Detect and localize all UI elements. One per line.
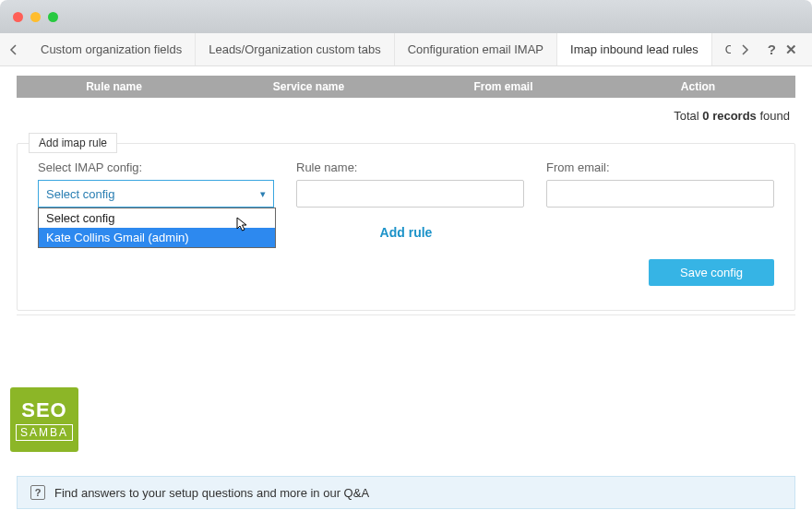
tab-imap-inbound-lead-rules[interactable]: Imap inbound lead rules (557, 33, 712, 65)
window-minimize-dot[interactable] (30, 12, 41, 22)
panel-legend: Add imap rule (29, 133, 117, 153)
chevron-down-icon: ▾ (260, 188, 266, 200)
window-close-dot[interactable] (13, 12, 23, 22)
table-header-row: Rule name Service name From email Action (17, 76, 795, 98)
qa-banner[interactable]: ? Find answers to your setup questions a… (17, 476, 795, 509)
tabs-scroll-right[interactable] (731, 33, 758, 65)
add-rule-button[interactable]: Add rule (380, 225, 433, 240)
tab-leads-org-custom-tabs[interactable]: Leads/Organization custom tabs (196, 33, 394, 65)
help-icon[interactable]: ? (768, 42, 776, 57)
total-records: Total 0 records found (17, 98, 795, 137)
th-action: Action (601, 76, 795, 98)
question-icon: ? (30, 485, 45, 500)
logo-line1: SEO (21, 398, 66, 422)
label-from-email: From email: (546, 160, 774, 174)
tab-config-email-imap[interactable]: Configuration email IMAP (395, 33, 557, 65)
close-icon[interactable]: ✕ (785, 42, 797, 58)
cursor-icon (236, 217, 249, 233)
th-service-name: Service name (211, 76, 406, 98)
select-imap-config[interactable]: Select config ▾ (38, 180, 274, 208)
window-zoom-dot[interactable] (48, 12, 58, 22)
label-rule-name: Rule name: (296, 160, 524, 174)
tabs-scroll-left[interactable] (0, 33, 28, 65)
tabs-bar: Custom organization fields Leads/Organiz… (0, 33, 812, 66)
save-config-button[interactable]: Save config (649, 259, 774, 286)
input-rule-name[interactable] (296, 180, 524, 208)
add-imap-rule-panel: Add imap rule Select IMAP config: Select… (17, 143, 795, 311)
label-imap-config: Select IMAP config: (38, 160, 274, 174)
select-value: Select config (46, 187, 114, 201)
th-rule-name: Rule name (17, 76, 211, 98)
window-titlebar (0, 0, 812, 33)
seosamba-logo: SEO SAMBA (10, 387, 78, 452)
tab-custom-org-fields[interactable]: Custom organization fields (28, 33, 196, 65)
tab-truncated[interactable]: Cr (712, 33, 731, 65)
input-from-email[interactable] (546, 180, 774, 208)
logo-line2: SAMBA (16, 424, 73, 441)
qa-text: Find answers to your setup questions and… (54, 486, 369, 500)
th-from-email: From email (406, 76, 601, 98)
tabs-list: Custom organization fields Leads/Organiz… (28, 33, 731, 65)
